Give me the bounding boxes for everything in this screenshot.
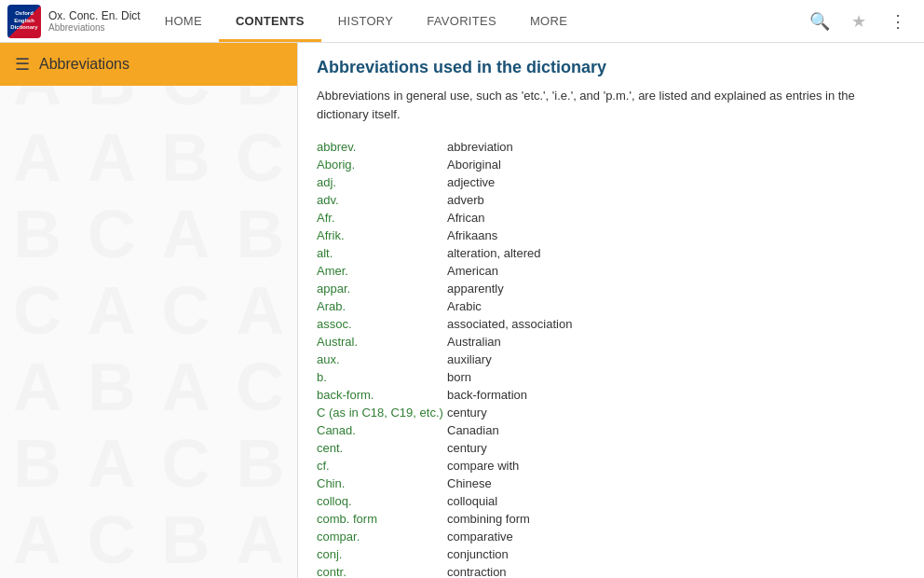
logo-text: Ox. Conc. En. Dict Abbreviations: [48, 9, 141, 33]
table-row: Aborig.Aboriginal: [317, 156, 905, 173]
table-row: Arab.Arabic: [317, 297, 905, 315]
abbr-key: b.: [317, 368, 447, 386]
abbr-key: colloq.: [317, 492, 447, 510]
tab-home[interactable]: HOME: [148, 0, 219, 42]
table-row: contr.contraction: [317, 563, 905, 578]
abbr-key: cent.: [317, 439, 447, 457]
sidebar-menu-icon: ☰: [15, 54, 30, 75]
sidebar-header: ☰ Abbreviations: [0, 43, 297, 86]
table-row: adj.adjective: [317, 173, 905, 191]
tab-history[interactable]: HISTORY: [321, 0, 410, 42]
table-row: Canad.Canadian: [317, 421, 905, 439]
abbr-value: Aboriginal: [447, 156, 905, 173]
abbr-value: combining form: [447, 510, 905, 528]
abbr-key: Austral.: [317, 333, 447, 351]
abbr-value: Afrikaans: [447, 227, 905, 244]
abbr-value: adjective: [447, 173, 905, 191]
table-row: cf.compare with: [317, 457, 905, 475]
table-row: alt.alteration, altered: [317, 244, 905, 262]
sidebar-title: Abbreviations: [39, 56, 129, 73]
abbr-key: Amer.: [317, 262, 447, 280]
table-row: aux.auxiliary: [317, 351, 905, 368]
abbr-key: comb. form: [317, 510, 447, 528]
abbr-value: conjunction: [447, 545, 905, 563]
abbr-value: Canadian: [447, 421, 905, 439]
table-row: Amer.American: [317, 262, 905, 280]
search-button[interactable]: 🔍: [803, 5, 836, 38]
more-vert-icon: ⋮: [890, 11, 906, 32]
table-row: appar.apparently: [317, 280, 905, 297]
page-title: Abbreviations used in the dictionary: [317, 58, 905, 77]
table-row: b.born: [317, 368, 905, 386]
abbr-key: contr.: [317, 563, 447, 578]
abbr-value: adverb: [447, 191, 905, 209]
app-logo: OxfordEnglishDictionary: [7, 5, 41, 38]
abbr-value: African: [447, 209, 905, 227]
abbr-value: auxiliary: [447, 351, 905, 368]
abbr-key: adv.: [317, 191, 447, 209]
abbr-key: conj.: [317, 545, 447, 563]
table-row: back-form.back-formation: [317, 386, 905, 404]
abbr-key: back-form.: [317, 386, 447, 404]
abbr-key: C (as in C18, C19, etc.): [317, 404, 447, 421]
abbr-key: Afrik.: [317, 227, 447, 244]
abbr-key: cf.: [317, 457, 447, 475]
abbr-key: Chin.: [317, 475, 447, 492]
abbr-value: alteration, altered: [447, 244, 905, 262]
abbr-value: contraction: [447, 563, 905, 578]
abbr-key: Canad.: [317, 421, 447, 439]
abbr-value: colloquial: [447, 492, 905, 510]
abbr-key: abbrev.: [317, 138, 447, 156]
content-intro: Abbreviations in general use, such as 'e…: [317, 87, 905, 123]
table-row: colloq.colloquial: [317, 492, 905, 510]
abbr-key: compar.: [317, 528, 447, 545]
abbr-value: century: [447, 404, 905, 421]
tab-contents[interactable]: CONTENTS: [219, 0, 321, 42]
abbr-key: appar.: [317, 280, 447, 297]
logo-area: OxfordEnglishDictionary Ox. Conc. En. Di…: [0, 5, 148, 38]
table-row: conj.conjunction: [317, 545, 905, 563]
table-row: assoc.associated, association: [317, 315, 905, 333]
nav-tabs: HOME CONTENTS HISTORY FAVORITES MORE: [148, 0, 794, 42]
abbr-value: Arabic: [447, 297, 905, 315]
abbr-value: century: [447, 439, 905, 457]
abbr-key: Afr.: [317, 209, 447, 227]
abbr-value: back-formation: [447, 386, 905, 404]
abbr-value: Chinese: [447, 475, 905, 492]
abbr-key: alt.: [317, 244, 447, 262]
abbr-value: born: [447, 368, 905, 386]
search-icon: 🔍: [809, 11, 830, 32]
abbr-key: Arab.: [317, 297, 447, 315]
abbr-value: abbreviation: [447, 138, 905, 156]
table-row: adv.adverb: [317, 191, 905, 209]
header-icons: 🔍 ★ ⋮: [794, 5, 924, 38]
abbr-key: Aborig.: [317, 156, 447, 173]
abbr-value: Australian: [447, 333, 905, 351]
app-header: OxfordEnglishDictionary Ox. Conc. En. Di…: [0, 0, 924, 43]
table-row: Austral.Australian: [317, 333, 905, 351]
abbr-key: aux.: [317, 351, 447, 368]
abbreviations-table: abbrev.abbreviationAborig.Aboriginaladj.…: [317, 138, 905, 578]
abbr-key: assoc.: [317, 315, 447, 333]
abbr-key: adj.: [317, 173, 447, 191]
abbr-value: American: [447, 262, 905, 280]
table-row: Afr.African: [317, 209, 905, 227]
favorites-button[interactable]: ★: [842, 5, 876, 38]
content-panel[interactable]: Abbreviations used in the dictionary Abb…: [298, 43, 924, 578]
tab-favorites[interactable]: FAVORITES: [410, 0, 513, 42]
table-row: Chin.Chinese: [317, 475, 905, 492]
abbr-value: apparently: [447, 280, 905, 297]
table-row: Afrik.Afrikaans: [317, 227, 905, 244]
table-row: abbrev.abbreviation: [317, 138, 905, 156]
table-row: compar.comparative: [317, 528, 905, 545]
logo-title: Ox. Conc. En. Dict: [48, 9, 141, 22]
main-content: ABCD AABC BCAB CACA ABAC BACB ACBA CBAC …: [0, 43, 924, 578]
tab-more[interactable]: MORE: [513, 0, 584, 42]
abbr-value: associated, association: [447, 315, 905, 333]
abbr-value: compare with: [447, 457, 905, 475]
table-row: comb. formcombining form: [317, 510, 905, 528]
table-row: C (as in C18, C19, etc.)century: [317, 404, 905, 421]
sidebar: ABCD AABC BCAB CACA ABAC BACB ACBA CBAC …: [0, 43, 298, 578]
star-icon: ★: [851, 11, 866, 32]
more-button[interactable]: ⋮: [881, 5, 915, 38]
